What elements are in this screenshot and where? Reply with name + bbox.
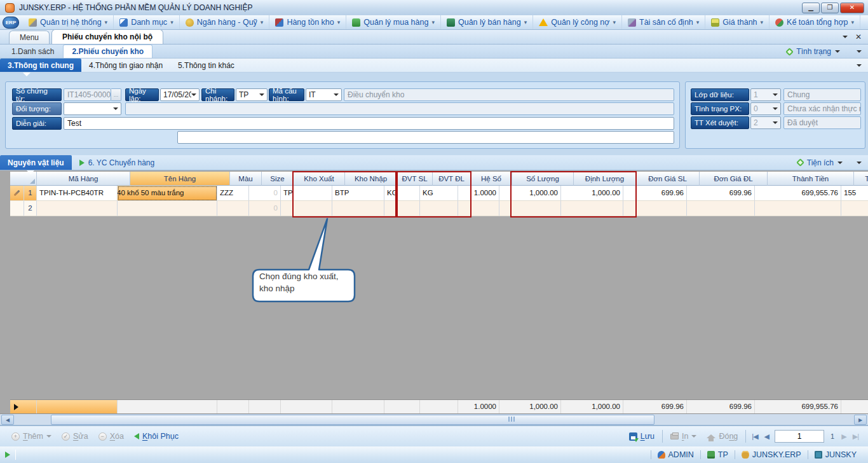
page-number-input[interactable] [775,430,824,443]
row-number[interactable]: 1 [24,186,37,201]
chi-nhanh-combo[interactable]: TP [236,88,268,101]
cell-mau[interactable]: ZZZ [217,186,249,201]
chevron-down-icon [113,107,118,110]
so-chung-tu-field[interactable]: IT1405-00001 [64,88,111,101]
menu-item-label: Giá thành [722,18,757,27]
col-header-don_gia_sl[interactable]: Đơn Giá SL [636,172,700,186]
col-header-size[interactable]: Size [262,172,294,186]
cell-ma_hang[interactable] [37,201,118,216]
restore-record-button[interactable]: Khôi Phục [129,429,184,444]
tinh-trang-px-combo[interactable]: 0 [750,102,781,115]
menu-item-3[interactable]: Hàng tồn kho▾ [269,15,346,29]
menu-item-8[interactable]: Giá thành▾ [705,15,770,29]
close-tab-icon[interactable]: ✕ [855,32,862,41]
col-header-ma_hang[interactable]: Mã Hàng [37,172,130,186]
row-number[interactable]: 2 [24,201,37,216]
tab-thong-tin-chung[interactable]: 3.Thông tin chung [0,59,81,72]
app-window: JUNSKY.ERP - HỆ THỐNG PHẦN MỀM QUẢN LÝ D… [0,0,868,463]
close-button[interactable]: ✕ [840,3,864,13]
utility-dropdown[interactable]: Tiện ích [807,158,834,167]
col-header-ten_hang[interactable]: Tên Hàng [130,172,230,186]
close-form-button[interactable]: Đóng [702,429,743,444]
col-header-don_gia_dl[interactable]: Đơn Giá ĐL [700,172,768,186]
status-database: JUNSKY.ERP [735,450,808,459]
scroll-left-icon[interactable]: ◀ [1,415,14,425]
horizontal-scrollbar[interactable]: ◀ ▶ [0,413,868,425]
ma-cau-hinh-combo[interactable]: IT [306,88,342,101]
menu-item-0[interactable]: Quản trị hệ thống▾ [23,15,114,29]
minimize-button[interactable]: ▁ [802,3,820,13]
chevron-down-icon [46,435,51,438]
dien-giai-input[interactable] [64,117,674,130]
tt-xet-duyet-combo[interactable]: 2 [750,116,781,129]
cell-size[interactable]: 0 [249,186,281,201]
erp-logo[interactable]: ERP [3,17,19,29]
lop-du-lieu-combo[interactable]: 1 [750,88,781,101]
tab-phieu-chuyen-kho[interactable]: 2.Phiếu chuyển kho [63,45,153,58]
dien-giai-line2-input[interactable] [177,131,674,144]
delete-button[interactable]: − Xóa [93,429,129,444]
menu-item-7[interactable]: Tài sản cố định▾ [622,15,705,29]
chevron-down-icon: ▾ [105,19,108,25]
chevron-down-icon[interactable] [857,64,862,67]
tab-nguyen-vat-lieu[interactable]: Nguyên vật liệu [0,155,72,170]
menu-item-2[interactable]: Ngân hàng - Quỹ▾ [180,15,270,29]
chevron-down-icon[interactable] [857,162,862,164]
cell-mau[interactable] [217,201,249,216]
scroll-right-icon[interactable]: ▶ [854,415,867,425]
cell-ten_hang[interactable]: 40 khổ 50 màu trắng [118,186,217,201]
col-header-mau[interactable]: Màu [230,172,262,186]
tab-thong-tin-giao-nhan[interactable]: 4.Thông tin giao nhận [81,59,170,72]
menu-item-label: Tài sản cố định [639,18,693,27]
col-header-tu_t[interactable]: Từ T [854,172,868,186]
ngay-lap-combo[interactable]: 17/05/2014 [160,88,200,101]
restore-button[interactable]: ❐ [821,3,839,13]
tab-menu[interactable]: Menu [9,31,50,44]
tab-thong-tin-khac[interactable]: 5.Thông tin khác [170,59,242,72]
prev-page-icon[interactable]: ◀ [761,432,772,441]
scrollbar-grip [508,417,516,422]
cell-tu_t[interactable] [841,201,868,216]
add-button[interactable]: + Thêm [6,429,57,444]
menu-item-9[interactable]: Kế toán tổng hợp▾ [770,15,860,29]
menu-item-5[interactable]: Quản lý bán hàng▾ [441,15,533,29]
chevron-down-icon[interactable] [837,162,843,164]
row-selector-cell[interactable] [10,186,24,201]
doi-tuong-combo[interactable] [64,102,121,115]
grid-tabs: Nguyên vật liệu 6. YC Chuyển hàng Tiện í… [0,155,868,170]
row-selector-cell[interactable] [10,201,24,216]
last-page-icon[interactable]: ▶| [850,432,862,441]
chevron-down-icon[interactable] [843,36,848,38]
cell-tu_t[interactable]: 155 [841,186,868,201]
document-tabs: Menu Phiếu chuyển kho nội bộ ✕ [0,30,868,45]
browse-button[interactable]: ... [111,88,121,101]
tab-yc-chuyen-hang[interactable]: 6. YC Chuyển hàng [72,155,163,170]
menu-item-label: Kế toán tổng hợp [787,18,848,27]
cell-thanh_tien[interactable]: 699,955.76 [755,186,841,201]
chevron-down-icon[interactable] [857,50,862,53]
save-button[interactable]: Lưu [624,429,660,444]
tab-danh-sach[interactable]: 1.Danh sách [3,45,63,58]
cell-ma_hang[interactable]: TPIN-TH-PCB40TR [37,186,118,201]
col-header-thanh_tien[interactable]: Thành Tiền [768,172,854,186]
tab-phieu-chuyen-kho-noi-bo[interactable]: Phiếu chuyển kho nội bộ [51,29,163,44]
server-icon [707,451,715,459]
scrollbar-thumb[interactable] [51,415,654,425]
menu-item-4[interactable]: Quản lý mua hàng▾ [346,15,441,29]
accounting-icon [775,18,783,27]
cell-size[interactable]: 0 [249,201,281,216]
next-page-icon[interactable]: ▶ [838,432,849,441]
first-page-icon[interactable]: |◀ [749,432,761,441]
cell-ten_hang[interactable] [118,201,217,216]
cell-thanh_tien[interactable] [755,201,841,216]
col-header-he_so[interactable]: Hệ Số [471,172,512,186]
menu-item-label: Ngân hàng - Quỹ [197,18,257,27]
cell-don_gia_dl[interactable]: 699.96 [687,186,755,201]
chevron-down-icon[interactable] [835,50,840,53]
menu-item-6[interactable]: Quản lý công nợ▾ [533,15,622,29]
status-dropdown[interactable]: Tình trạng [796,47,831,56]
cell-don_gia_dl[interactable] [687,201,755,216]
menu-item-1[interactable]: Danh mục▾ [114,15,180,29]
edit-button[interactable]: ✓ Sửa [57,429,93,444]
print-button[interactable]: In [665,429,702,444]
